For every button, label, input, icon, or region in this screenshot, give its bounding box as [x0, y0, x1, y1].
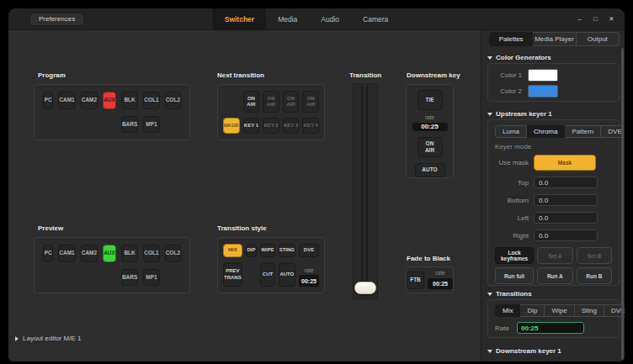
- program-source-col1[interactable]: COL1: [143, 92, 159, 109]
- preview-source-col2[interactable]: COL2: [165, 245, 181, 262]
- preferences-button[interactable]: Preferences: [29, 13, 84, 26]
- onair-key3-button[interactable]: ON AIR: [283, 91, 300, 113]
- onair-key4-button[interactable]: ON AIR: [302, 91, 319, 113]
- transition-type-tabs: Mix Dip Wipe Sting DVE: [495, 304, 612, 317]
- style-sting-button[interactable]: STING: [279, 244, 295, 257]
- preview-source-mp1[interactable]: MP1: [143, 269, 159, 287]
- color2-swatch[interactable]: [528, 85, 558, 98]
- program-source-blk[interactable]: BLK: [121, 92, 138, 109]
- tab-audio[interactable]: Audio: [309, 8, 351, 29]
- transitions-tab-wipe[interactable]: Wipe: [545, 304, 574, 317]
- transitions-tab-dip[interactable]: Dip: [520, 304, 545, 317]
- prev-trans-button[interactable]: PREV TRANS: [223, 263, 242, 288]
- preview-source-pc[interactable]: PC: [43, 245, 53, 262]
- color1-swatch[interactable]: [528, 69, 558, 82]
- run-a-button[interactable]: Run A: [537, 267, 572, 284]
- mask-left-input[interactable]: [534, 212, 598, 224]
- preview-source-blk[interactable]: BLK: [121, 245, 138, 262]
- mask-top-input[interactable]: [534, 177, 598, 188]
- mask-right-label: Right: [495, 232, 529, 240]
- downstream-keyer-header[interactable]: Downstream keyer 1: [487, 347, 561, 355]
- use-mask-label: Use mask: [495, 159, 529, 166]
- preview-source-cam2[interactable]: CAM2: [81, 245, 98, 262]
- sidebar-tab-media-player[interactable]: Media Player: [533, 32, 576, 46]
- program-source-col2[interactable]: COL2: [165, 92, 181, 109]
- tie-button[interactable]: TIE: [418, 90, 443, 110]
- dsk-rate-value[interactable]: 00:25: [412, 123, 448, 132]
- style-dve-button[interactable]: DVE: [299, 244, 319, 257]
- key1-button[interactable]: KEY 1: [243, 118, 260, 134]
- mask-bottom-input[interactable]: [534, 194, 598, 206]
- transitions-tab-sting[interactable]: Sting: [575, 304, 604, 317]
- run-b-button[interactable]: Run B: [577, 267, 612, 284]
- layout-editor-toggle[interactable]: Layout editor M/E 1: [15, 335, 81, 342]
- cut-button[interactable]: CUT: [260, 263, 274, 288]
- mask-right-input[interactable]: [534, 229, 598, 241]
- dsk-auto-button[interactable]: AUTO: [415, 163, 445, 177]
- onair-key1-button[interactable]: ON AIR: [243, 91, 260, 113]
- close-icon[interactable]: ✕: [605, 13, 618, 25]
- key3-button[interactable]: KEY 3: [283, 118, 300, 134]
- transitions-header[interactable]: Transitions: [487, 290, 532, 298]
- preview-title: Preview: [38, 224, 63, 232]
- key4-button[interactable]: KEY 4: [302, 118, 319, 134]
- ftb-rate-value[interactable]: 00:25: [428, 278, 453, 289]
- titlebar-tabs: Switcher Media Audio Camera: [213, 8, 401, 29]
- key2-button[interactable]: KEY 2: [263, 118, 279, 134]
- style-wipe-button[interactable]: WIPE: [260, 244, 274, 257]
- preview-source-col1[interactable]: COL1: [143, 245, 159, 262]
- transition-slider-handle[interactable]: [354, 282, 376, 294]
- color-generators-panel: Color 1 Color 2: [487, 63, 620, 102]
- sidebar-scrollbar[interactable]: [621, 48, 624, 360]
- bkgd-button[interactable]: BKGD: [223, 118, 240, 134]
- program-source-cam2[interactable]: CAM2: [81, 92, 98, 109]
- program-source-aux-active[interactable]: AUX: [103, 92, 116, 109]
- slider-groove: [361, 86, 363, 297]
- set-a-button[interactable]: Set A: [537, 247, 572, 264]
- auto-button[interactable]: AUTO: [279, 263, 295, 288]
- transitions-rate-label: Rate: [495, 324, 517, 332]
- ts-rate: rate 00:25: [299, 263, 319, 288]
- transitions-title: Transitions: [496, 290, 532, 298]
- program-source-cam1[interactable]: CAM1: [58, 92, 75, 109]
- fade-to-black-panel: FTB rate 00:25: [406, 266, 454, 293]
- program-source-bars[interactable]: BARS: [121, 116, 138, 134]
- program-source-pc[interactable]: PC: [43, 92, 53, 109]
- downstream-key-panel: TIE rate 00:25 ON AIR AUTO: [406, 84, 454, 178]
- transitions-rate-input[interactable]: [517, 322, 584, 334]
- ftb-button[interactable]: FTB: [407, 272, 424, 289]
- transition-style-title: Transition style: [217, 224, 267, 232]
- minimize-icon[interactable]: –: [573, 13, 586, 25]
- mask-bottom-label: Bottom: [495, 197, 529, 204]
- transitions-panel: Mix Dip Wipe Sting DVE Rate: [487, 299, 620, 338]
- run-full-button[interactable]: Run full: [495, 267, 534, 284]
- preview-source-bars[interactable]: BARS: [121, 269, 138, 287]
- maximize-icon[interactable]: □: [589, 13, 602, 25]
- ts-rate-value[interactable]: 00:25: [299, 275, 319, 287]
- set-b-button[interactable]: Set B: [577, 247, 612, 264]
- upstream-keyer-header[interactable]: Upstream keyer 1: [487, 110, 552, 118]
- color-generators-header[interactable]: Color Generators: [487, 54, 551, 61]
- sidebar-tab-palettes[interactable]: Palettes: [489, 32, 533, 46]
- mask-toggle-button[interactable]: Mask: [534, 155, 596, 171]
- lock-keyframes-button[interactable]: Lock keyframes: [495, 247, 534, 264]
- style-dip-button[interactable]: DIP: [246, 244, 258, 257]
- downstream-key-title: Downstream key: [407, 71, 460, 79]
- dsk-onair-button[interactable]: ON AIR: [418, 137, 443, 157]
- transitions-tab-mix[interactable]: Mix: [495, 304, 520, 317]
- preview-source-cam1[interactable]: CAM1: [58, 245, 75, 262]
- style-mix-button[interactable]: MIX: [223, 244, 242, 257]
- tab-camera[interactable]: Camera: [351, 8, 400, 29]
- tab-switcher[interactable]: Switcher: [213, 8, 266, 29]
- ftb-rate-label: rate: [435, 271, 444, 277]
- sidebar-tab-output[interactable]: Output: [577, 32, 620, 46]
- keyer-tab-luma[interactable]: Luma: [495, 125, 527, 138]
- program-source-mp1[interactable]: MP1: [143, 116, 159, 134]
- tab-media[interactable]: Media: [266, 8, 309, 29]
- keyer-tab-pattern[interactable]: Pattern: [565, 125, 601, 138]
- keyer-tab-chroma[interactable]: Chroma: [527, 125, 565, 138]
- upstream-keyer-panel: Luma Chroma Pattern DVE Keyer mode Use m…: [487, 119, 620, 286]
- preview-source-aux-active[interactable]: AUX: [103, 245, 116, 262]
- onair-key2-button[interactable]: ON AIR: [263, 91, 279, 113]
- transition-slider-track[interactable]: [353, 83, 378, 299]
